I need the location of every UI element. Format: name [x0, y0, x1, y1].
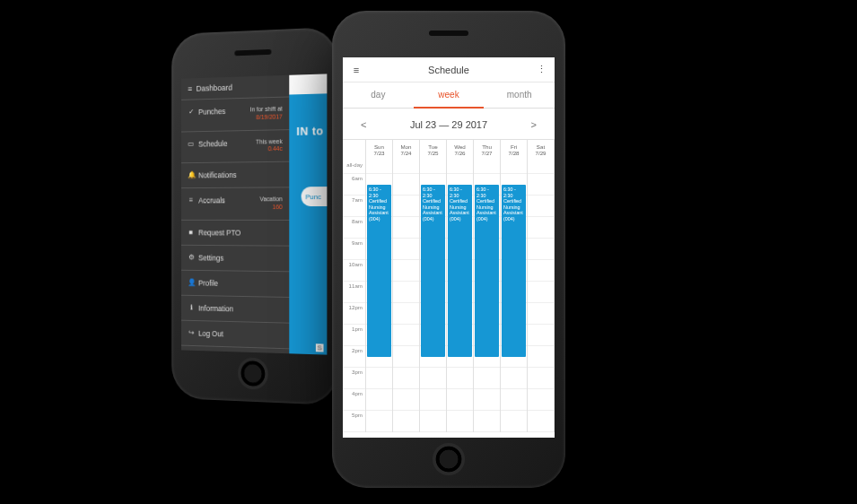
view-tabs: dayweekmonth: [343, 83, 555, 109]
tab-month[interactable]: month: [484, 83, 555, 109]
hour-label: 1pm: [343, 325, 365, 346]
day-column[interactable]: 6:30 - 2:30Certified Nursing Assistant (…: [501, 160, 528, 432]
sidebar-item-punches[interactable]: ✓PunchesIn for shift at8/19/2017: [181, 97, 289, 132]
footer-char: S: [316, 343, 324, 352]
event-title: Certified Nursing Assistant (004): [477, 198, 497, 222]
sidebar-item-label: Punches: [198, 107, 225, 116]
information-icon: ℹ: [188, 304, 194, 311]
hour-label: 6am: [343, 174, 365, 196]
sidebar-item-label: Profile: [198, 278, 218, 287]
hour-label: 12pm: [343, 303, 365, 325]
sidebar-item-meta: In for shift at8/19/2017: [250, 106, 283, 122]
sidebar-item-label: Information: [198, 303, 233, 313]
day-header[interactable]: Tue7/25: [420, 140, 447, 160]
sidebar-item-profile[interactable]: 👤Profile: [181, 270, 289, 297]
hamburger-icon: ≡: [188, 84, 192, 93]
hour-label: 11am: [343, 282, 365, 303]
sidebar-item-label: Log Out: [198, 328, 223, 337]
main-content-peek: IN to Punc S: [289, 74, 327, 354]
punch-button[interactable]: Punc: [302, 187, 328, 206]
event-time: 6:30 - 2:30: [477, 187, 497, 198]
hour-label: 9am: [343, 239, 365, 260]
log-out-icon: ↪: [188, 329, 194, 336]
sidebar-item-label: Schedule: [198, 139, 227, 148]
sidebar-item-information[interactable]: ℹInformation: [181, 295, 289, 323]
hamburger-icon[interactable]: ≡: [350, 65, 363, 75]
event-title: Certified Nursing Assistant (004): [369, 198, 389, 222]
day-header[interactable]: Mon7/24: [393, 140, 420, 160]
phone-mockup-left: ≡ Dashboard ✓PunchesIn for shift at8/19/…: [171, 27, 337, 405]
day-columns: 6:30 - 2:30Certified Nursing Assistant (…: [366, 160, 555, 432]
phone-mockup-right: ≡ Schedule ⋮ dayweekmonth < Jul 23 — 29 …: [332, 11, 565, 488]
calendar-grid: Sun7/23Mon7/24Tue7/25Wed7/26Thu7/27Fri7/…: [343, 139, 555, 432]
hour-label: 2pm: [343, 346, 365, 368]
sidebar-item-label: Notifications: [198, 170, 236, 179]
screen-left: ≡ Dashboard ✓PunchesIn for shift at8/19/…: [181, 74, 327, 354]
day-column[interactable]: 6:30 - 2:30Certified Nursing Assistant (…: [474, 160, 501, 432]
day-header[interactable]: Wed7/26: [447, 140, 474, 160]
calendar-body: all-day6am7am8am9am10am11am12pm1pm2pm3pm…: [343, 160, 555, 432]
sidebar-item-meta: Vacation160: [260, 196, 283, 211]
day-header[interactable]: Fri7/28: [501, 140, 528, 160]
calendar-event[interactable]: 6:30 - 2:30Certified Nursing Assistant (…: [367, 185, 391, 357]
day-column[interactable]: 6:30 - 2:30Certified Nursing Assistant (…: [447, 160, 474, 432]
accruals-icon: ≡: [188, 197, 194, 204]
tab-week[interactable]: week: [414, 83, 485, 109]
clock-in-label: IN to: [296, 124, 323, 138]
next-week-button[interactable]: >: [526, 117, 542, 132]
day-header[interactable]: Sat7/29: [528, 140, 555, 160]
sidebar-title: Dashboard: [197, 83, 232, 93]
event-time: 6:30 - 2:30: [423, 187, 443, 198]
day-column[interactable]: [528, 160, 555, 432]
sidebar-item-label: Request PTO: [198, 228, 240, 237]
day-header[interactable]: Sun7/23: [366, 140, 393, 160]
calendar-event[interactable]: 6:30 - 2:30Certified Nursing Assistant (…: [475, 185, 499, 357]
punches-icon: ✓: [188, 109, 194, 116]
event-title: Certified Nursing Assistant (004): [503, 198, 524, 222]
header-corner: [343, 140, 366, 160]
hour-label: 4pm: [343, 389, 365, 411]
hour-label: 5pm: [343, 411, 365, 432]
sidebar: ≡ Dashboard ✓PunchesIn for shift at8/19/…: [181, 75, 289, 353]
sidebar-item-request-pto[interactable]: ■Request PTO: [181, 220, 289, 246]
screen-right: ≡ Schedule ⋮ dayweekmonth < Jul 23 — 29 …: [343, 57, 555, 438]
calendar-event[interactable]: 6:30 - 2:30Certified Nursing Assistant (…: [448, 185, 472, 357]
sidebar-header[interactable]: ≡ Dashboard: [181, 75, 289, 100]
event-time: 6:30 - 2:30: [503, 187, 524, 198]
content-topbar: [289, 74, 327, 94]
day-header[interactable]: Thu7/27: [474, 140, 501, 160]
date-range-label: Jul 23 — 29 2017: [410, 119, 487, 130]
date-range-nav: < Jul 23 — 29 2017 >: [343, 109, 555, 139]
sidebar-item-notifications[interactable]: 🔔Notifications: [181, 162, 289, 188]
day-header-row: Sun7/23Mon7/24Tue7/25Wed7/26Thu7/27Fri7/…: [343, 140, 555, 160]
hour-label: 3pm: [343, 368, 365, 389]
page-title: Schedule: [363, 65, 535, 75]
sidebar-item-meta: This week0.44c: [256, 138, 283, 154]
prev-week-button[interactable]: <: [355, 117, 372, 132]
day-column[interactable]: [393, 160, 420, 432]
hour-label: 8am: [343, 217, 365, 239]
more-icon[interactable]: ⋮: [535, 64, 547, 75]
sidebar-item-settings[interactable]: ⚙Settings: [181, 245, 289, 272]
day-column[interactable]: 6:30 - 2:30Certified Nursing Assistant (…: [420, 160, 447, 432]
sidebar-item-log-out[interactable]: ↪Log Out: [181, 320, 289, 349]
profile-icon: 👤: [188, 279, 194, 286]
calendar-event[interactable]: 6:30 - 2:30Certified Nursing Assistant (…: [421, 185, 445, 357]
sidebar-item-schedule[interactable]: ▭ScheduleThis week0.44c: [181, 130, 289, 164]
hour-labels-column: all-day6am7am8am9am10am11am12pm1pm2pm3pm…: [343, 160, 366, 432]
request-pto-icon: ■: [188, 229, 194, 236]
hour-label: all-day: [343, 160, 365, 174]
event-title: Certified Nursing Assistant (004): [450, 198, 470, 222]
sidebar-item-accruals[interactable]: ≡AccrualsVacation160: [181, 187, 289, 220]
sidebar-item-label: Accruals: [198, 196, 225, 205]
sidebar-item-label: Settings: [198, 253, 223, 262]
event-title: Certified Nursing Assistant (004): [423, 198, 443, 222]
event-time: 6:30 - 2:30: [450, 187, 470, 198]
day-column[interactable]: 6:30 - 2:30Certified Nursing Assistant (…: [366, 160, 393, 432]
tab-day[interactable]: day: [343, 83, 414, 109]
event-time: 6:30 - 2:30: [369, 187, 389, 198]
top-bar: ≡ Schedule ⋮: [343, 57, 555, 83]
settings-icon: ⚙: [188, 254, 194, 261]
schedule-icon: ▭: [188, 140, 194, 147]
calendar-event[interactable]: 6:30 - 2:30Certified Nursing Assistant (…: [502, 185, 526, 357]
